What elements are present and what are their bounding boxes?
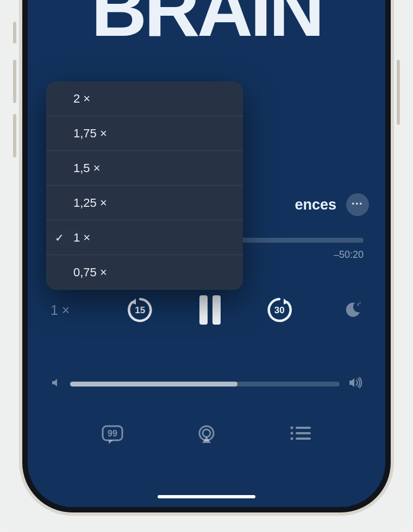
home-indicator[interactable] <box>158 495 255 498</box>
speed-option-label: 1,25 × <box>73 196 107 210</box>
skip-forward-button[interactable]: 30 <box>265 296 293 324</box>
pause-icon <box>199 295 208 325</box>
speed-option-1x[interactable]: ✓ 1 × <box>46 220 243 255</box>
speed-option-label: 1 × <box>73 231 90 245</box>
svg-text:99: 99 <box>108 429 117 438</box>
now-playing-screen: BRAIN ences ••• –50:20 1 × <box>28 0 385 507</box>
action-hw-button <box>13 114 16 157</box>
phone-frame: BRAIN ences ••• –50:20 1 × <box>19 0 394 516</box>
airplay-button[interactable] <box>194 425 219 445</box>
speed-option-1-5x[interactable]: 1,5 × <box>46 151 243 186</box>
volume-low-icon <box>51 377 61 390</box>
speed-option-label: 0,75 × <box>73 265 107 280</box>
list-icon <box>289 425 312 442</box>
speed-option-label: 1,5 × <box>73 161 101 175</box>
skip-forward-seconds: 30 <box>274 305 285 316</box>
checkmark-icon: ✓ <box>55 231 64 244</box>
sleep-timer-button[interactable]: z z <box>339 300 362 320</box>
quote-bubble-icon: 99 <box>101 425 124 445</box>
queue-button[interactable] <box>288 425 313 445</box>
svg-point-10 <box>290 438 293 440</box>
volume-fill <box>70 382 237 387</box>
svg-point-6 <box>290 427 293 429</box>
speed-option-label: 1,75 × <box>73 126 107 141</box>
skip-back-button[interactable]: 15 <box>126 296 154 324</box>
playback-speed-button[interactable]: 1 × <box>51 302 81 318</box>
volume-down-hw-button <box>13 60 16 103</box>
podcast-artwork-title: BRAIN <box>28 0 385 48</box>
svg-text:z: z <box>359 301 361 304</box>
svg-rect-7 <box>296 427 311 429</box>
speed-option-1-25x[interactable]: 1,25 × <box>46 186 243 220</box>
volume-up-hw-button <box>13 22 16 43</box>
episode-title: ences <box>295 197 336 213</box>
playback-speed-menu: 2 × 1,75 × 1,5 × 1,25 × ✓ 1 × <box>46 81 243 290</box>
side-hw-button <box>397 60 400 125</box>
speed-option-label: 2 × <box>73 92 90 106</box>
moon-icon: z z <box>343 300 362 320</box>
svg-rect-9 <box>296 432 311 434</box>
pause-icon <box>212 295 221 325</box>
svg-point-5 <box>203 429 210 437</box>
time-remaining: –50:20 <box>334 249 364 261</box>
volume-high-icon <box>348 377 362 391</box>
speed-option-0-75x[interactable]: 0,75 × <box>46 255 243 290</box>
more-button[interactable]: ••• <box>346 193 369 216</box>
skip-back-seconds: 15 <box>135 305 145 316</box>
pause-button[interactable] <box>199 295 221 325</box>
speed-option-1-75x[interactable]: 1,75 × <box>46 116 243 151</box>
airplay-icon <box>196 425 217 445</box>
volume-slider[interactable] <box>70 382 340 387</box>
speed-option-2x[interactable]: 2 × <box>46 81 243 116</box>
transcript-button[interactable]: 99 <box>100 425 125 445</box>
svg-rect-11 <box>296 438 311 440</box>
svg-point-8 <box>290 432 293 435</box>
